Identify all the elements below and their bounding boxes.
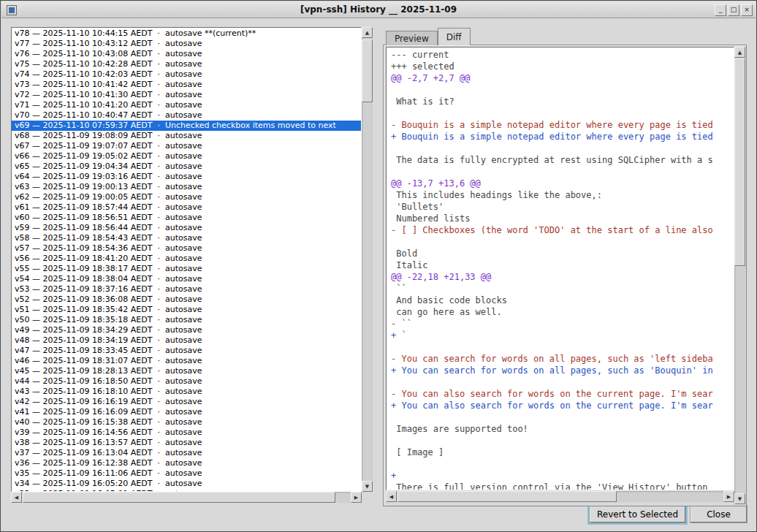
history-row[interactable]: v53 — 2025-11-09 18:37:16 AEDT · autosav… <box>12 284 361 294</box>
history-vscrollbar[interactable]: ▲ ▼ <box>362 27 373 492</box>
diff-line-hunk: @@ -2,7 +2,7 @@ <box>391 72 734 84</box>
titlebar[interactable]: [vpn-ssh] History __ 2025-11-09 _ □ × <box>1 1 756 18</box>
scroll-down-icon[interactable]: ▼ <box>734 493 745 504</box>
diff-line-context <box>391 411 734 423</box>
diff-line-meta: +++ selected <box>391 61 734 72</box>
history-row[interactable]: v74 — 2025-11-10 10:42:03 AEDT · autosav… <box>12 69 361 80</box>
history-row[interactable]: v73 — 2025-11-10 10:41:42 AEDT · autosav… <box>12 80 361 90</box>
diff-line-hunk: @@ -22,18 +21,33 @@ <box>391 271 734 283</box>
history-row[interactable]: v43 — 2025-11-09 16:18:10 AEDT · autosav… <box>12 387 361 397</box>
app-window: [vpn-ssh] History __ 2025-11-09 _ □ × v7… <box>0 0 757 532</box>
history-list[interactable]: v78 — 2025-11-10 10:44:15 AEDT · autosav… <box>11 27 362 492</box>
history-row[interactable]: v57 — 2025-11-09 18:54:36 AEDT · autosav… <box>12 243 361 254</box>
history-row[interactable]: v64 — 2025-11-09 19:03:16 AEDT · autosav… <box>12 172 361 182</box>
history-hscrollbar-thumb[interactable] <box>23 492 335 503</box>
history-row[interactable]: v76 — 2025-11-10 10:43:08 AEDT · autosav… <box>12 49 361 59</box>
revert-to-selected-button[interactable]: Revert to Selected <box>590 506 685 522</box>
maximize-button[interactable]: □ <box>728 4 739 16</box>
history-row[interactable]: v41 — 2025-11-09 16:16:09 AEDT · autosav… <box>12 407 361 417</box>
diff-line-removed: - [ ] Checkboxes (the word 'TODO' at the… <box>391 224 734 236</box>
scroll-right-icon[interactable]: ▶ <box>351 492 362 503</box>
minimize-button[interactable]: _ <box>715 4 726 16</box>
history-row[interactable]: v56 — 2025-11-09 18:41:20 AEDT · autosav… <box>12 254 361 264</box>
scroll-left-icon[interactable]: ◀ <box>11 492 22 503</box>
history-row[interactable]: v65 — 2025-11-09 19:04:34 AEDT · autosav… <box>12 162 361 172</box>
history-row[interactable]: v52 — 2025-11-09 18:36:08 AEDT · autosav… <box>12 294 361 305</box>
scroll-right-icon[interactable]: ▶ <box>723 491 734 502</box>
history-row[interactable]: v47 — 2025-11-09 18:33:45 AEDT · autosav… <box>12 346 361 356</box>
diff-line-context <box>391 236 734 248</box>
diff-line-context: The data is fully encrypted at rest usin… <box>391 154 734 166</box>
history-row[interactable]: v51 — 2025-11-09 18:35:42 AEDT · autosav… <box>12 305 361 315</box>
history-row[interactable]: v72 — 2025-11-10 10:41:30 AEDT · autosav… <box>12 90 361 100</box>
history-row[interactable]: v71 — 2025-11-10 10:41:20 AEDT · autosav… <box>12 100 361 110</box>
diff-line-added: + You can search for words on all pages,… <box>391 365 734 376</box>
history-row[interactable]: v63 — 2025-11-09 19:00:13 AEDT · autosav… <box>12 182 361 192</box>
diff-line-context <box>391 142 734 154</box>
diff-line-context: [ Image ] <box>391 446 734 458</box>
history-row[interactable]: v40 — 2025-11-09 16:15:38 AEDT · autosav… <box>12 417 361 428</box>
history-row[interactable]: v48 — 2025-11-09 18:34:19 AEDT · autosav… <box>12 335 361 346</box>
diff-vscrollbar[interactable]: ▲ ▼ <box>734 47 745 504</box>
diff-line-context <box>391 84 734 96</box>
history-row[interactable]: v37 — 2025-11-09 16:13:04 AEDT · autosav… <box>12 448 361 458</box>
diff-line-context <box>391 341 734 353</box>
history-row[interactable]: v62 — 2025-11-09 19:00:05 AEDT · autosav… <box>12 192 361 202</box>
scroll-up-icon[interactable]: ▲ <box>734 47 745 58</box>
history-row[interactable]: v59 — 2025-11-09 18:56:44 AEDT · autosav… <box>12 223 361 233</box>
close-action-button[interactable]: Close <box>691 506 747 522</box>
diff-line-context: Italic <box>391 259 734 271</box>
history-row[interactable]: v67 — 2025-11-09 19:07:07 AEDT · autosav… <box>12 141 361 151</box>
diff-line-hunk: @@ -13,7 +13,6 @@ <box>391 178 734 189</box>
diff-line-context: can go here as well. <box>391 306 734 318</box>
history-row[interactable]: v60 — 2025-11-09 18:56:51 AEDT · autosav… <box>12 213 361 223</box>
diff-line-context <box>391 435 734 446</box>
history-row[interactable]: v61 — 2025-11-09 18:57:44 AEDT · autosav… <box>12 202 361 213</box>
diff-line-context: Bold <box>391 248 734 259</box>
diff-line-removed: - You can also search for words on the c… <box>391 388 734 400</box>
diff-line-meta: --- current <box>391 49 734 61</box>
history-row[interactable]: v49 — 2025-11-09 18:34:29 AEDT · autosav… <box>12 325 361 335</box>
diff-line-added: + ` <box>391 330 734 341</box>
history-row[interactable]: v35 — 2025-11-09 16:11:06 AEDT · autosav… <box>12 468 361 479</box>
diff-line-context: What is it? <box>391 96 734 107</box>
history-row[interactable]: v75 — 2025-11-10 10:42:28 AEDT · autosav… <box>12 59 361 69</box>
history-row[interactable]: v46 — 2025-11-09 18:31:07 AEDT · autosav… <box>12 356 361 366</box>
history-row[interactable]: v36 — 2025-11-09 16:12:38 AEDT · autosav… <box>12 458 361 468</box>
history-vscrollbar-thumb[interactable] <box>362 39 373 102</box>
diff-line-removed: - Bouquin is a simple notepad editor whe… <box>391 119 734 131</box>
diff-hscrollbar-thumb[interactable] <box>397 491 617 502</box>
scroll-left-icon[interactable]: ◀ <box>386 491 397 502</box>
scroll-up-icon[interactable]: ▲ <box>362 27 373 38</box>
history-row[interactable]: v66 — 2025-11-09 19:05:02 AEDT · autosav… <box>12 151 361 162</box>
history-row[interactable]: v38 — 2025-11-09 16:13:57 AEDT · autosav… <box>12 438 361 448</box>
history-row[interactable]: v45 — 2025-11-09 18:28:13 AEDT · autosav… <box>12 366 361 376</box>
diff-line-added: + You can also search for words on the c… <box>391 400 734 411</box>
close-window-button[interactable]: × <box>741 4 753 16</box>
history-row[interactable]: v34 — 2025-11-09 16:05:20 AEDT · autosav… <box>12 479 361 489</box>
diff-line-context: 'Bullets' <box>391 201 734 213</box>
tab-diff[interactable]: Diff <box>438 28 471 45</box>
tab-preview[interactable]: Preview <box>386 31 438 45</box>
diff-text[interactable]: --- current+++ selected@@ -2,7 +2,7 @@ W… <box>386 47 734 490</box>
history-row[interactable]: v77 — 2025-11-10 10:43:12 AEDT · autosav… <box>12 39 361 49</box>
history-row[interactable]: v78 — 2025-11-10 10:44:15 AEDT · autosav… <box>12 28 361 39</box>
history-row[interactable]: v42 — 2025-11-09 16:16:19 AEDT · autosav… <box>12 397 361 407</box>
history-row[interactable]: v55 — 2025-11-09 18:38:17 AEDT · autosav… <box>12 264 361 274</box>
scroll-down-icon[interactable]: ▼ <box>362 481 373 492</box>
diff-line-removed: - `` <box>391 318 734 330</box>
history-row[interactable]: v68 — 2025-11-09 19:08:09 AEDT · autosav… <box>12 131 361 141</box>
diff-line-context <box>391 107 734 119</box>
history-row[interactable]: v58 — 2025-11-09 18:54:43 AEDT · autosav… <box>12 233 361 243</box>
history-row[interactable]: v54 — 2025-11-09 18:38:04 AEDT · autosav… <box>12 274 361 284</box>
history-row-selected[interactable]: v69 — 2025-11-10 07:59:37 AEDT · Uncheck… <box>12 121 361 131</box>
history-row[interactable]: v44 — 2025-11-09 16:18:50 AEDT · autosav… <box>12 376 361 387</box>
history-hscrollbar[interactable]: ◀ ▶ <box>11 492 362 503</box>
history-row[interactable]: v50 — 2025-11-09 18:35:18 AEDT · autosav… <box>12 315 361 325</box>
diff-line-removed: - You can search for words on all pages,… <box>391 353 734 365</box>
diff-line-context: Numbered lists <box>391 213 734 224</box>
diff-hscrollbar[interactable]: ◀ ▶ <box>386 491 734 502</box>
history-row[interactable]: v70 — 2025-11-10 10:40:47 AEDT · autosav… <box>12 110 361 121</box>
history-row[interactable]: v39 — 2025-11-09 16:14:56 AEDT · autosav… <box>12 428 361 438</box>
diff-vscrollbar-thumb[interactable] <box>734 58 745 266</box>
